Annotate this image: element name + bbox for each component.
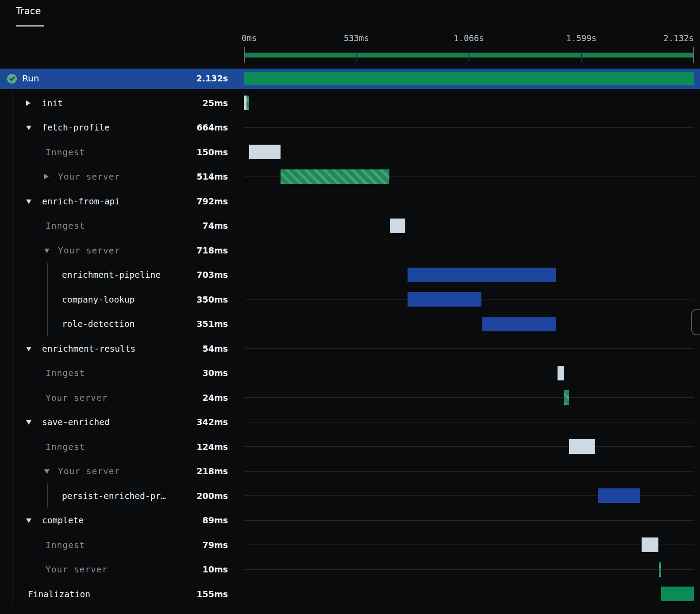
row-track-line	[244, 397, 694, 398]
row-track-line	[244, 594, 694, 594]
row-track-line	[244, 127, 694, 128]
span-bar[interactable]	[281, 169, 389, 184]
tree-guide-line	[12, 91, 12, 115]
row-label: complete	[42, 515, 84, 526]
row-label: Your server	[58, 172, 120, 182]
tree-guide-line	[30, 238, 30, 263]
scrollbar-thumb[interactable]	[691, 309, 700, 335]
row-track-line	[244, 201, 694, 201]
trace-row[interactable]: enrichment-pipeline703ms	[0, 263, 700, 288]
timeline-ruler[interactable]: 0ms533ms1.066s1.599s2.132s	[0, 27, 700, 69]
run-row-selected[interactable]: Run 2.132s	[0, 69, 700, 89]
tree-guide-line	[12, 140, 12, 165]
span-bar[interactable]	[408, 268, 556, 282]
trace-row[interactable]: Your server10ms	[0, 557, 700, 582]
run-duration: 2.132s	[196, 73, 228, 83]
row-label: enrichment-pipeline	[62, 270, 161, 280]
chevron-down-icon[interactable]	[44, 469, 50, 474]
chevron-right-icon[interactable]	[44, 174, 49, 179]
trace-row[interactable]: company-lookup350ms	[0, 287, 700, 312]
row-label: fetch-profile	[42, 123, 110, 133]
trace-row[interactable]: Inngest79ms	[0, 533, 700, 557]
span-bar[interactable]	[482, 317, 556, 331]
trace-row[interactable]: Your server24ms	[0, 385, 700, 410]
trace-rows: init25msfetch-profile664msInngest150msYo…	[0, 89, 700, 614]
span-bar[interactable]	[390, 219, 405, 233]
trace-row[interactable]: enrichment-results54ms	[0, 336, 700, 361]
row-label: save-enriched	[42, 417, 110, 427]
trace-row[interactable]: Your server514ms	[0, 165, 700, 189]
row-duration: 124ms	[196, 442, 228, 452]
row-track-line	[244, 569, 694, 570]
row-track-line	[244, 520, 694, 521]
ruler-tick-label: 1.066s	[454, 33, 484, 43]
span-bar[interactable]	[642, 537, 658, 552]
tree-guide-line	[12, 287, 12, 312]
tree-guide-line	[12, 508, 12, 533]
tab-trace[interactable]: Trace	[16, 6, 41, 16]
chevron-down-icon[interactable]	[26, 518, 31, 523]
span-bar[interactable]	[408, 292, 481, 307]
run-span-bar[interactable]	[244, 72, 694, 85]
span-bar[interactable]	[564, 390, 569, 405]
row-label: Inngest	[46, 368, 85, 378]
tree-guide-line	[47, 287, 48, 312]
chevron-down-icon[interactable]	[26, 126, 31, 130]
span-bar[interactable]	[558, 366, 564, 380]
trace-row[interactable]: role-detection351ms	[0, 312, 700, 337]
tree-guide-line	[12, 557, 12, 582]
span-bar[interactable]	[246, 96, 249, 110]
chevron-down-icon[interactable]	[26, 420, 31, 425]
span-bar[interactable]	[661, 587, 694, 601]
header-bar: Trace	[0, 0, 700, 27]
trace-row[interactable]: Your server718ms	[0, 238, 700, 263]
trace-row[interactable]: complete89ms	[0, 508, 700, 533]
trace-row[interactable]: Inngest124ms	[0, 434, 700, 459]
trace-row[interactable]: Finalization155ms	[0, 582, 700, 606]
row-duration: 54ms	[202, 344, 228, 353]
ruler-end-tick	[693, 47, 694, 63]
tree-guide-line	[12, 533, 12, 557]
tree-guide-line	[30, 484, 30, 508]
row-track-line	[244, 471, 694, 472]
trace-row[interactable]: persist-enriched-pr…200ms	[0, 484, 700, 508]
span-bar[interactable]	[659, 562, 661, 577]
trace-row[interactable]: save-enriched342ms	[0, 410, 700, 435]
tree-guide-line	[12, 484, 12, 508]
chevron-right-icon[interactable]	[26, 100, 31, 106]
row-label: company-lookup	[62, 294, 135, 304]
chevron-down-icon[interactable]	[44, 249, 50, 253]
trace-row[interactable]: Inngest74ms	[0, 214, 700, 238]
trace-row[interactable]: init25ms	[0, 91, 700, 115]
trace-row[interactable]: Inngest30ms	[0, 361, 700, 386]
run-label: Run	[22, 73, 39, 84]
trace-row[interactable]: Your server218ms	[0, 459, 700, 484]
chevron-down-icon[interactable]	[26, 347, 31, 351]
tree-guide-line	[12, 238, 12, 263]
trace-row[interactable]: Inngest150ms	[0, 140, 700, 165]
row-duration: 350ms	[196, 295, 228, 304]
row-label: init	[42, 98, 63, 108]
span-bar[interactable]	[598, 488, 640, 503]
tree-guide-line	[12, 336, 12, 361]
ruler-mid-tick	[469, 52, 469, 62]
tree-guide-line	[12, 312, 12, 337]
ruler-end-tick	[244, 47, 245, 63]
chevron-down-icon[interactable]	[26, 200, 31, 204]
tree-guide-line	[30, 140, 30, 165]
trace-row[interactable]: enrich-from-api792ms	[0, 189, 700, 214]
tree-guide-line	[47, 263, 48, 288]
tree-guide-line	[12, 459, 12, 484]
tree-guide-line	[12, 263, 12, 288]
row-track-line	[244, 348, 694, 349]
tree-guide-line	[30, 165, 30, 189]
row-track-line	[244, 226, 694, 226]
span-bar[interactable]	[569, 439, 595, 454]
row-duration: 200ms	[196, 491, 228, 501]
trace-row[interactable]: fetch-profile664ms	[0, 115, 700, 140]
row-duration: 792ms	[196, 196, 228, 206]
span-bar[interactable]	[249, 145, 281, 159]
row-track-line	[244, 373, 694, 373]
row-duration: 155ms	[196, 589, 228, 599]
row-track-line	[244, 446, 694, 447]
